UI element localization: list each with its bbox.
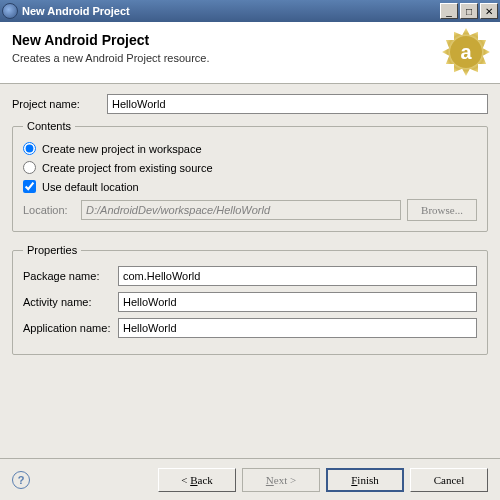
package-label: Package name: xyxy=(23,270,118,282)
project-name-label: Project name: xyxy=(12,98,107,110)
use-default-checkbox[interactable] xyxy=(23,180,36,193)
application-input[interactable] xyxy=(118,318,477,338)
properties-legend: Properties xyxy=(23,244,81,256)
project-name-row: Project name: xyxy=(12,94,488,114)
package-input[interactable] xyxy=(118,266,477,286)
location-input xyxy=(81,200,401,220)
android-badge-icon: a xyxy=(442,28,490,76)
radio-existing-row: Create project from existing source xyxy=(23,161,477,174)
back-button[interactable]: < Back xyxy=(158,468,236,492)
use-default-label: Use default location xyxy=(42,181,139,193)
help-icon[interactable]: ? xyxy=(12,471,30,489)
finish-button[interactable]: Finish xyxy=(326,468,404,492)
close-button[interactable]: ✕ xyxy=(480,3,498,19)
page-title: New Android Project xyxy=(12,32,488,48)
activity-row: Activity name: xyxy=(23,292,477,312)
project-name-input[interactable] xyxy=(107,94,488,114)
wizard-footer: ? < Back Next > Finish Cancel xyxy=(0,458,500,500)
next-button: Next > xyxy=(242,468,320,492)
maximize-button[interactable]: □ xyxy=(460,3,478,19)
contents-group: Contents Create new project in workspace… xyxy=(12,120,488,232)
browse-button: Browse... xyxy=(407,199,477,221)
page-description: Creates a new Android Project resource. xyxy=(12,52,488,64)
radio-new-project-label: Create new project in workspace xyxy=(42,143,202,155)
wizard-body: Project name: Contents Create new projec… xyxy=(0,84,500,373)
cancel-button[interactable]: Cancel xyxy=(410,468,488,492)
minimize-button[interactable]: _ xyxy=(440,3,458,19)
radio-existing-source[interactable] xyxy=(23,161,36,174)
radio-new-project-row: Create new project in workspace xyxy=(23,142,477,155)
location-label: Location: xyxy=(23,204,81,216)
contents-legend: Contents xyxy=(23,120,75,132)
activity-input[interactable] xyxy=(118,292,477,312)
use-default-row: Use default location xyxy=(23,180,477,193)
titlebar: New Android Project _ □ ✕ xyxy=(0,0,500,22)
wizard-header: New Android Project Creates a new Androi… xyxy=(0,22,500,84)
application-label: Application name: xyxy=(23,322,118,334)
radio-new-project[interactable] xyxy=(23,142,36,155)
package-row: Package name: xyxy=(23,266,477,286)
window-title: New Android Project xyxy=(22,5,438,17)
properties-group: Properties Package name: Activity name: … xyxy=(12,244,488,355)
application-row: Application name: xyxy=(23,318,477,338)
activity-label: Activity name: xyxy=(23,296,118,308)
radio-existing-label: Create project from existing source xyxy=(42,162,213,174)
eclipse-icon xyxy=(2,3,18,19)
location-row: Location: Browse... xyxy=(23,199,477,221)
